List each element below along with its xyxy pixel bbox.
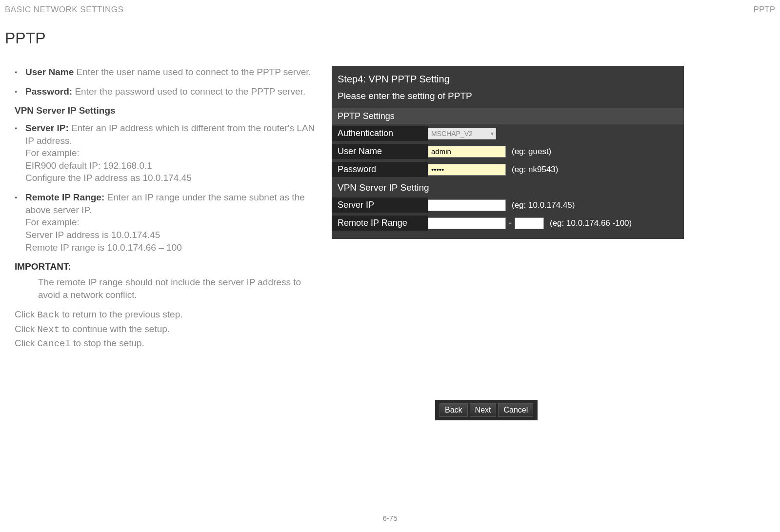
username-input[interactable] [428,146,506,158]
serverip-input[interactable] [428,199,506,211]
important-block: IMPORTANT: The remote IP range should no… [15,260,317,301]
remoterange-hint: (eg: 10.0.174.66 -100) [544,218,632,228]
auth-label: Authentication [332,126,428,141]
next-button[interactable]: Next [470,403,497,417]
subheading-vpn-ip: VPN Server IP Settings [15,104,317,117]
serverip-label: Server IP [332,197,428,213]
serverip-extra-1: EIR900 default IP: 192.168.0.1 [25,160,152,171]
label-username: User Name [25,67,74,77]
footer-line-cancel: Click Cancel to stop the setup. [15,336,317,351]
password-label: Password [332,162,428,177]
row-username: User Name (eg: guest) [332,142,684,160]
serverip-extra-2: Configure the IP address as 10.0.174.45 [25,173,192,183]
important-text: The remote IP range should not include t… [15,276,317,301]
content-left: User Name Enter the user name used to co… [15,66,317,351]
label-remoterange: Remote IP Range: [25,192,104,202]
text-serverip: Enter an IP address which is different f… [25,123,315,146]
row-server-ip: Server IP (eg: 10.0.174.45) [332,196,684,214]
vpn-settings-panel: Step4: VPN PPTP Setting Please enter the… [332,66,684,239]
remoterange-extra-0: For example: [25,217,80,227]
header-left: BASIC NETWORK SETTINGS [5,5,123,15]
remoterange-extra-1: Server IP address is 10.0.174.45 [25,230,160,240]
label-serverip: Server IP: [25,123,69,133]
panel-step-title: Step4: VPN PPTP Setting [332,71,684,91]
page-title: PPTP [5,29,46,47]
remoterange-label: Remote IP Range [332,216,428,231]
header-right: PPTP [754,5,775,15]
username-label: User Name [332,144,428,159]
panel-prompt: Please enter the setting of PPTP [332,91,684,108]
row-password: Password (eg: nk9543) [332,160,684,178]
range-separator: - [506,218,515,228]
bullet-remoterange: Remote IP Range: Enter an IP range under… [15,191,317,254]
footer-line-back: Click Back to return to the previous ste… [15,308,317,322]
footer-actions: Click Back to return to the previous ste… [15,308,317,351]
label-password: Password: [25,86,72,97]
text-username: Enter the user name used to connect to t… [77,67,311,77]
password-hint: (eg: nk9543) [506,165,558,175]
auth-select-value: MSCHAP_V2 [431,130,473,138]
row-authentication: Authentication MSCHAP_V2 ▾ [332,124,684,142]
remoterange-end-input[interactable] [515,217,544,229]
serverip-extra-0: For example: [25,148,80,158]
chevron-down-icon: ▾ [491,130,494,137]
important-label: IMPORTANT: [15,260,317,273]
cancel-button[interactable]: Cancel [498,403,533,417]
password-input[interactable] [428,164,506,176]
footer-line-next: Click Next to continue with the setup. [15,322,317,337]
section-vpn-server-ip: VPN Server IP Setting [332,178,684,196]
bullet-username: User Name Enter the user name used to co… [15,66,317,79]
auth-select[interactable]: MSCHAP_V2 ▾ [428,128,496,139]
remoterange-extra-2: Remote IP range is 10.0.174.66 – 100 [25,242,182,253]
username-hint: (eg: guest) [506,147,551,157]
text-password: Enter the password used to connect to th… [75,86,305,97]
nav-buttons: Back Next Cancel [435,400,538,420]
remoterange-start-input[interactable] [428,217,506,229]
back-button[interactable]: Back [440,403,468,417]
section-pptp-settings: PPTP Settings [332,108,684,124]
row-remote-ip-range: Remote IP Range - (eg: 10.0.174.66 -100) [332,214,684,232]
serverip-hint: (eg: 10.0.174.45) [506,200,575,210]
bullet-serverip: Server IP: Enter an IP address which is … [15,122,317,184]
page-number: 6-75 [382,514,397,522]
bullet-password: Password: Enter the password used to con… [15,85,317,98]
